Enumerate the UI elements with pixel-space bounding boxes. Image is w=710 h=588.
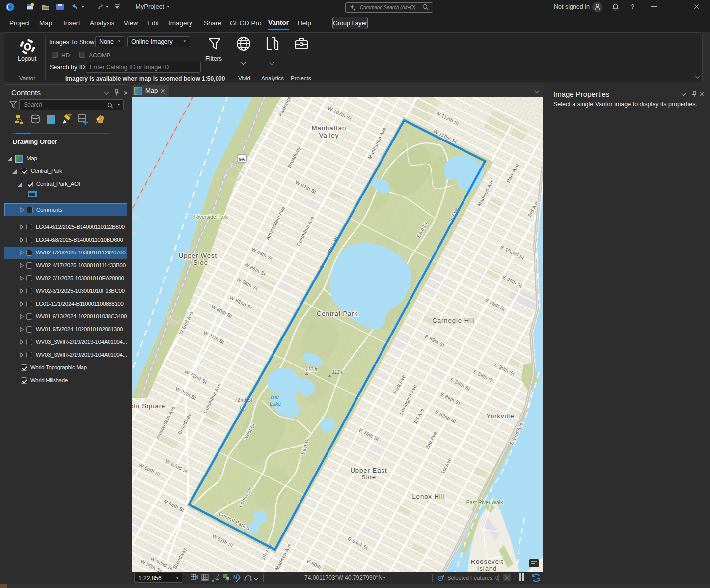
svg-text:Side: Side xyxy=(193,259,208,266)
svg-text:112 ft: 112 ft xyxy=(305,367,318,372)
svg-text:Central Park: Central Park xyxy=(317,310,358,317)
svg-text:Lenox Hill: Lenox Hill xyxy=(412,493,445,500)
svg-text:East River Walk: East River Walk xyxy=(466,499,503,505)
svg-text:Roosevelt: Roosevelt xyxy=(471,558,504,565)
svg-text:Upper West: Upper West xyxy=(179,252,217,259)
svg-text:Side: Side xyxy=(361,474,376,481)
svg-text:Yorkville: Yorkville xyxy=(487,412,515,420)
svg-text:N: N xyxy=(233,574,237,580)
svg-text:Carnegie Hill: Carnegie Hill xyxy=(432,317,475,324)
svg-text:Valley: Valley xyxy=(319,132,339,139)
svg-text:Riverside Park: Riverside Park xyxy=(194,214,228,220)
svg-text:coln Square: coln Square xyxy=(132,402,165,410)
svg-text:9A: 9A xyxy=(239,156,245,162)
svg-text:Island: Island xyxy=(477,565,497,572)
svg-text:Upper East: Upper East xyxy=(350,467,387,474)
svg-text:72nd St: 72nd St xyxy=(235,397,253,403)
svg-text:Manhattan: Manhattan xyxy=(312,124,346,132)
svg-text:Lake: Lake xyxy=(270,401,281,407)
svg-text:111 ft: 111 ft xyxy=(332,369,344,375)
svg-text:The: The xyxy=(270,394,279,400)
